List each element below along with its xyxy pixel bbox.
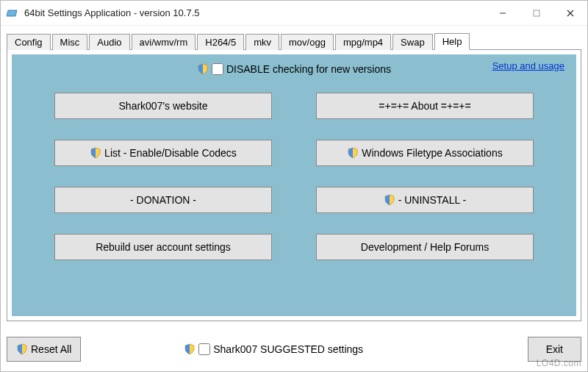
minimize-button[interactable] [486, 1, 520, 25]
tab-audio[interactable]: Audio [89, 34, 129, 50]
tab-help[interactable]: Help [434, 33, 470, 50]
about-button-label: =+=+= About =+=+= [379, 100, 470, 112]
uninstall-button[interactable]: - UNINSTALL - [316, 187, 534, 213]
titlebar: 64bit Settings Application - version 10.… [1, 1, 587, 26]
tabstrip: Config Misc Audio avi/wmv/rm H264/5 mkv … [1, 30, 587, 49]
codecs-button-label: List - Enable/Disable Codecs [104, 147, 237, 159]
setup-usage-link[interactable]: Setup and usage [492, 60, 564, 71]
reset-all-label: Reset All [31, 343, 71, 355]
shield-icon [347, 147, 359, 159]
about-button[interactable]: =+=+= About =+=+= [316, 93, 534, 119]
disable-update-check-row: DISABLE checking for new versions [197, 63, 391, 75]
suggested-settings-label: Shark007 SUGGESTED settings [213, 343, 363, 355]
tab-mkv[interactable]: mkv [245, 34, 279, 50]
disable-update-label: DISABLE checking for new versions [226, 63, 391, 75]
disable-update-checkbox[interactable] [212, 63, 223, 75]
tab-h264-5[interactable]: H264/5 [197, 34, 244, 50]
app-window: 64bit Settings Application - version 10.… [0, 0, 588, 372]
shield-icon [384, 194, 395, 206]
filetype-button[interactable]: Windows Filetype Associations [316, 140, 534, 166]
website-button-label: Shark007's website [119, 100, 208, 112]
window-controls [486, 1, 587, 25]
shield-icon [184, 343, 196, 355]
uninstall-button-label: - UNINSTALL - [398, 194, 467, 206]
close-button[interactable] [553, 1, 587, 25]
window-title: 64bit Settings Application - version 10.… [24, 7, 199, 18]
tab-content-frame: DISABLE checking for new versions Setup … [7, 49, 581, 321]
help-button-grid: Shark007's website =+=+= About =+=+= Lis… [18, 90, 570, 263]
bottom-bar: Reset All Shark007 SUGGESTED settings Ex… [7, 335, 581, 364]
tab-swap[interactable]: Swap [392, 34, 433, 50]
watermark: LO4D.com [537, 358, 581, 368]
suggested-settings-row: Shark007 SUGGESTED settings [184, 343, 363, 355]
help-pane: DISABLE checking for new versions Setup … [12, 54, 576, 316]
top-row: DISABLE checking for new versions Setup … [18, 60, 570, 78]
donation-button[interactable]: - DONATION - [54, 187, 272, 213]
suggested-settings-checkbox[interactable] [198, 343, 210, 355]
maximize-button[interactable] [520, 1, 553, 25]
reset-all-button[interactable]: Reset All [7, 337, 81, 362]
shield-icon [16, 343, 28, 355]
shield-icon [90, 147, 101, 159]
app-icon [7, 7, 18, 19]
tab-mov-ogg[interactable]: mov/ogg [281, 34, 334, 50]
codecs-button[interactable]: List - Enable/Disable Codecs [54, 140, 272, 166]
shield-icon [197, 63, 209, 75]
tab-config[interactable]: Config [7, 34, 51, 50]
website-button[interactable]: Shark007's website [54, 93, 272, 119]
rebuild-button-label: Rebuild user account settings [96, 241, 231, 253]
tab-misc[interactable]: Misc [52, 34, 88, 50]
donation-button-label: - DONATION - [130, 194, 196, 206]
filetype-button-label: Windows Filetype Associations [362, 147, 502, 159]
tab-avi-wmv-rm[interactable]: avi/wmv/rm [132, 34, 196, 50]
rebuild-button[interactable]: Rebuild user account settings [54, 234, 272, 260]
forums-button[interactable]: Development / Help Forums [316, 234, 534, 260]
forums-button-label: Development / Help Forums [361, 241, 489, 253]
svg-rect-1 [534, 10, 539, 16]
tab-mpg-mp4[interactable]: mpg/mp4 [335, 34, 391, 50]
